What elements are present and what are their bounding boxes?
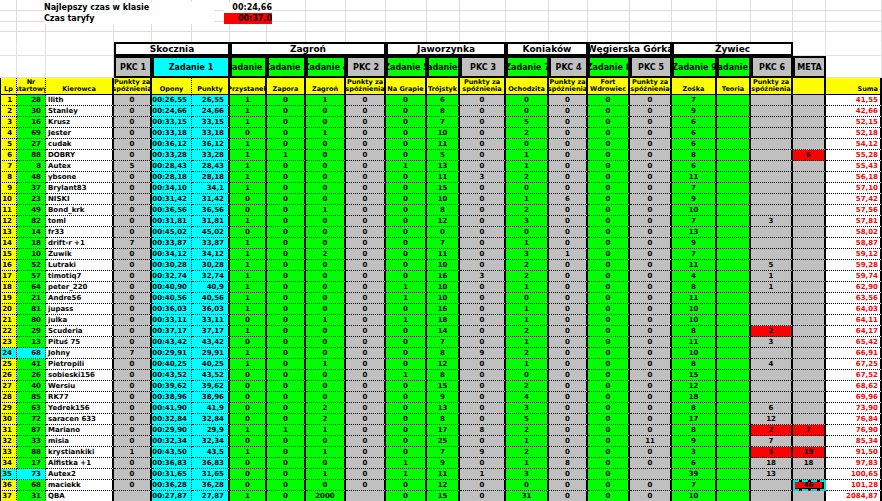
cell-kierowca[interactable]: RK77 (46, 392, 114, 403)
cell-pkc2[interactable]: 0 (346, 348, 386, 359)
cell-pkc4[interactable]: 0 (549, 282, 588, 293)
cell-lp[interactable]: 25 (0, 359, 17, 370)
cell-na-grapie[interactable]: 0 (386, 304, 427, 315)
column-header-pkc-5[interactable]: PKC 5 (630, 56, 672, 78)
cell-trojstyk[interactable]: 12 (427, 216, 460, 227)
cell-kierowca[interactable]: drift-r +1 (46, 238, 114, 249)
cell-przystanek[interactable]: 1 (230, 304, 267, 315)
cell-zapora[interactable]: 0 (267, 458, 306, 469)
cell-zoska[interactable]: 3 (672, 447, 717, 458)
cell-lp[interactable]: 3 (0, 117, 17, 128)
cell-pkc3[interactable]: 0 (460, 370, 506, 381)
cell-ochodzita[interactable]: 2 (506, 326, 549, 337)
cell-pkc5[interactable]: 0 (630, 106, 672, 117)
cell-pkc1[interactable]: 0 (114, 172, 152, 183)
cell-zapora[interactable]: 0 (267, 436, 306, 447)
cell-pkc4[interactable]: 0 (549, 480, 588, 491)
cell-nr-startowy[interactable]: 26 (17, 370, 46, 381)
cell-pkc5[interactable]: 0 (630, 491, 672, 501)
cell-pkc5[interactable]: 0 (630, 348, 672, 359)
cell-meta[interactable]: 7 (793, 425, 826, 436)
subheader-ochodzita[interactable]: Ochodzita (506, 78, 549, 95)
cell-opony[interactable]: 00:36,12 (152, 139, 192, 150)
cell-teoria[interactable] (717, 304, 751, 315)
cell-meta[interactable] (793, 106, 826, 117)
cell-pkc1[interactable]: 5 (114, 161, 152, 172)
cell-fort-wdrowiec[interactable]: 0 (588, 370, 630, 381)
cell-teoria[interactable] (717, 271, 751, 282)
cell-lp[interactable]: 4 (0, 128, 17, 139)
cell-meta[interactable] (793, 194, 826, 205)
cell-pkc2[interactable]: 0 (346, 128, 386, 139)
cell-pkc6[interactable] (751, 172, 793, 183)
cell-suma[interactable]: 76,90 (826, 425, 882, 436)
cell-pkc5[interactable] (630, 469, 672, 480)
group-header-koniak-w[interactable]: Koniaków (506, 42, 588, 56)
cell-na-grapie[interactable]: 0 (386, 359, 427, 370)
cell-pkc6[interactable]: 3 (751, 337, 793, 348)
cell-zoska[interactable]: 39 (672, 469, 717, 480)
cell-meta[interactable] (793, 414, 826, 425)
cell-pkc4[interactable]: 0 (549, 425, 588, 436)
cell-zapora[interactable]: 0 (267, 161, 306, 172)
cell-trojstyk[interactable]: 17 (427, 425, 460, 436)
cell-teoria[interactable] (717, 326, 751, 337)
cell-nr-startowy[interactable]: 73 (17, 469, 46, 480)
cell-nr-startowy[interactable]: 87 (17, 425, 46, 436)
cell-punkty[interactable]: 45,02 (192, 227, 230, 238)
cell-pkc1[interactable]: 0 (114, 183, 152, 194)
cell-pkc6[interactable] (751, 392, 793, 403)
cell-teoria[interactable] (717, 348, 751, 359)
cell-meta[interactable] (793, 370, 826, 381)
cell-fort-wdrowiec[interactable]: 0 (588, 447, 630, 458)
cell-teoria[interactable] (717, 216, 751, 227)
cell-fort-wdrowiec[interactable]: 0 (588, 117, 630, 128)
cell-pkc3[interactable]: 9 (460, 348, 506, 359)
cell-pkc5[interactable]: 0 (630, 414, 672, 425)
cell-lp[interactable]: 23 (0, 337, 17, 348)
subheader-pkc1[interactable]: Punkty za spóźnienia (114, 78, 152, 95)
cell-zapora[interactable]: 0 (267, 271, 306, 282)
cell-teoria[interactable] (717, 315, 751, 326)
cell-pkc6[interactable] (751, 128, 793, 139)
cell-suma[interactable]: 64,11 (826, 315, 882, 326)
cell-przystanek[interactable]: 0 (230, 315, 267, 326)
cell-pkc4[interactable]: 0 (549, 436, 588, 447)
cell-suma[interactable]: 67,25 (826, 359, 882, 370)
cell-pkc1[interactable]: 0 (114, 128, 152, 139)
cell-fort-wdrowiec[interactable]: 0 (588, 183, 630, 194)
cell-zapora[interactable]: 0 (267, 480, 306, 491)
subheader-na-grapie[interactable]: Na Grapie (386, 78, 427, 95)
cell-zoska[interactable]: 9 (672, 194, 717, 205)
cell-zagron[interactable]: 0 (306, 260, 346, 271)
cell-zagron[interactable]: 0 (306, 227, 346, 238)
cell-zoska[interactable]: 13 (672, 227, 717, 238)
cell-pkc5[interactable]: 0 (630, 293, 672, 304)
cell-zapora[interactable]: 0 (267, 414, 306, 425)
cell-pkc6[interactable] (751, 161, 793, 172)
cell-meta[interactable] (793, 139, 826, 150)
cell-zapora[interactable]: 0 (267, 216, 306, 227)
cell-pkc3[interactable]: 0 (460, 304, 506, 315)
cell-trojstyk[interactable]: 11 (427, 172, 460, 183)
cell-teoria[interactable] (717, 381, 751, 392)
cell-suma[interactable]: 68,62 (826, 381, 882, 392)
cell-pkc2[interactable]: 0 (346, 458, 386, 469)
cell-punkty[interactable]: 43,52 (192, 370, 230, 381)
cell-suma[interactable]: 41,55 (826, 95, 882, 106)
cell-trojstyk[interactable]: 10 (427, 260, 460, 271)
cell-zapora[interactable]: 0 (267, 304, 306, 315)
cell-pkc3[interactable]: 0 (460, 194, 506, 205)
cell-suma[interactable]: 55,43 (826, 161, 882, 172)
cell-pkc2[interactable]: 0 (346, 238, 386, 249)
cell-pkc4[interactable]: 0 (549, 403, 588, 414)
cell-pkc4[interactable]: 1 (549, 249, 588, 260)
cell-pkc1[interactable]: 0 (114, 117, 152, 128)
cell-pkc2[interactable]: 0 (346, 392, 386, 403)
cell-kierowca[interactable]: Pituś 75 (46, 337, 114, 348)
cell-pkc3[interactable]: 0 (460, 216, 506, 227)
cell-pkc4[interactable]: 0 (549, 227, 588, 238)
cell-przystanek[interactable]: 1 (230, 161, 267, 172)
cell-opony[interactable]: 00:37,17 (152, 326, 192, 337)
cell-zagron[interactable]: 0 (306, 293, 346, 304)
